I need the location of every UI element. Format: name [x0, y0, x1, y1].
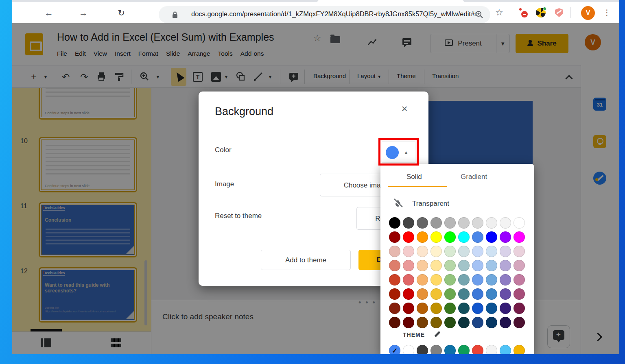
color-swatch[interactable] [417, 303, 428, 314]
color-swatch[interactable] [500, 246, 511, 257]
color-swatch[interactable] [514, 217, 525, 229]
color-swatch[interactable] [403, 317, 414, 328]
color-swatch[interactable] [417, 231, 428, 243]
theme-color-swatch[interactable] [472, 345, 483, 354]
browser-profile-avatar[interactable]: V [581, 6, 595, 20]
color-swatch[interactable] [444, 231, 456, 243]
color-swatch[interactable] [389, 217, 400, 229]
theme-color-swatch[interactable] [403, 345, 414, 354]
color-swatch[interactable] [444, 317, 456, 328]
color-swatch[interactable] [431, 274, 442, 286]
color-swatch[interactable] [500, 288, 511, 300]
color-swatch[interactable] [389, 260, 400, 271]
tab-solid[interactable]: Solid [406, 173, 422, 181]
color-swatch[interactable] [403, 260, 414, 271]
theme-color-swatch[interactable]: ✓ [389, 345, 400, 354]
color-swatch[interactable] [500, 217, 511, 229]
color-swatch[interactable] [431, 231, 442, 243]
theme-color-swatch[interactable] [458, 345, 470, 354]
color-swatch[interactable] [472, 231, 483, 243]
color-swatch[interactable] [472, 303, 483, 314]
extension-blocker-icon[interactable] [518, 8, 528, 17]
color-swatch[interactable] [458, 231, 470, 243]
color-swatch[interactable] [486, 217, 497, 229]
color-swatch[interactable] [486, 246, 497, 257]
color-swatch[interactable] [458, 246, 470, 257]
color-swatch[interactable] [444, 303, 456, 314]
extension-shield-icon[interactable] [554, 8, 564, 17]
back-button[interactable]: ← [43, 7, 55, 19]
color-swatch[interactable] [458, 260, 470, 271]
color-swatch[interactable] [458, 303, 470, 314]
color-swatch[interactable] [472, 317, 483, 328]
color-swatch[interactable] [500, 231, 511, 243]
color-swatch[interactable] [472, 217, 483, 229]
color-swatch[interactable] [500, 303, 511, 314]
color-swatch[interactable] [403, 303, 414, 314]
transparent-option[interactable]: Transparent [412, 200, 449, 208]
color-swatch[interactable] [486, 317, 497, 328]
color-swatch[interactable] [389, 274, 400, 286]
color-swatch[interactable] [431, 246, 442, 257]
color-swatch[interactable] [486, 274, 497, 286]
color-swatch[interactable] [500, 260, 511, 271]
theme-color-swatch[interactable] [486, 345, 497, 354]
color-swatch[interactable] [417, 246, 428, 257]
color-swatch[interactable] [389, 246, 400, 257]
color-swatch[interactable] [417, 317, 428, 328]
reload-button[interactable]: ↻ [115, 7, 127, 19]
color-swatch[interactable] [472, 274, 483, 286]
color-swatch[interactable] [514, 246, 525, 257]
chrome-menu-icon[interactable]: ⋮ [603, 8, 611, 17]
color-swatch[interactable] [444, 260, 456, 271]
color-swatch[interactable] [417, 274, 428, 286]
color-swatch[interactable] [389, 231, 400, 243]
theme-color-swatch[interactable] [500, 345, 511, 354]
address-bar[interactable]: docs.google.com/presentation/d/1_kZMqxFY… [159, 6, 490, 23]
color-swatch[interactable] [403, 231, 414, 243]
color-swatch[interactable] [514, 274, 525, 286]
color-swatch[interactable] [444, 217, 456, 229]
color-swatch[interactable] [431, 317, 442, 328]
color-swatch[interactable] [403, 288, 414, 300]
color-swatch[interactable] [486, 260, 497, 271]
color-swatch[interactable] [514, 317, 525, 328]
color-swatch[interactable] [417, 260, 428, 271]
color-swatch[interactable] [458, 217, 470, 229]
color-swatch[interactable] [514, 231, 525, 243]
bookmark-star-icon[interactable]: ☆ [495, 7, 503, 18]
color-swatch[interactable] [472, 246, 483, 257]
theme-color-swatch[interactable] [514, 345, 525, 354]
color-swatch[interactable] [444, 274, 456, 286]
color-swatch[interactable] [389, 317, 400, 328]
color-swatch[interactable] [417, 288, 428, 300]
extension-round-icon[interactable] [536, 8, 546, 17]
edit-theme-pencil-icon[interactable] [433, 330, 441, 338]
color-swatch[interactable] [417, 217, 428, 229]
color-swatch[interactable] [486, 231, 497, 243]
color-swatch[interactable] [431, 288, 442, 300]
color-swatch[interactable] [403, 246, 414, 257]
close-icon[interactable]: × [398, 102, 411, 115]
color-swatch[interactable] [486, 288, 497, 300]
color-swatch[interactable] [514, 260, 525, 271]
theme-color-swatch[interactable] [417, 345, 428, 354]
theme-color-swatch[interactable] [431, 345, 442, 354]
color-swatch[interactable] [514, 303, 525, 314]
color-swatch[interactable] [500, 274, 511, 286]
color-swatch[interactable] [444, 288, 456, 300]
color-swatch[interactable] [403, 217, 414, 229]
color-swatch[interactable] [389, 303, 400, 314]
color-swatch[interactable] [486, 303, 497, 314]
color-swatch[interactable] [403, 274, 414, 286]
color-swatch[interactable] [458, 288, 470, 300]
color-swatch[interactable] [472, 288, 483, 300]
color-swatch[interactable] [389, 288, 400, 300]
theme-color-swatch[interactable] [444, 345, 456, 354]
color-swatch[interactable] [472, 260, 483, 271]
tab-gradient[interactable]: Gradient [461, 173, 487, 181]
color-swatch[interactable] [444, 246, 456, 257]
color-swatch[interactable] [514, 288, 525, 300]
color-swatch[interactable] [431, 260, 442, 271]
color-swatch[interactable] [500, 317, 511, 328]
